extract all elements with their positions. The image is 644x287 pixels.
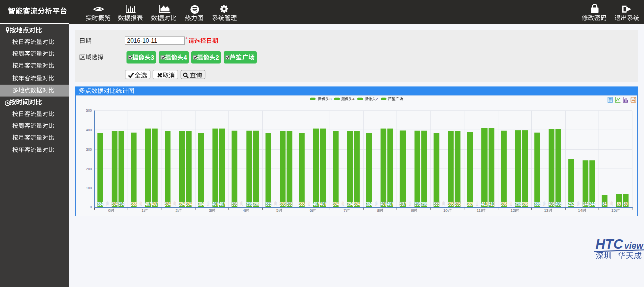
svg-text:0: 0 [90,205,92,209]
svg-text:410: 410 [481,200,488,207]
svg-text:0: 0 [510,200,512,207]
svg-text:386: 386 [131,200,137,207]
svg-text:3: 3 [151,54,154,61]
svg-text:385: 385 [265,200,271,207]
svg-text:8: 8 [377,208,379,213]
svg-text:4: 4 [243,208,245,213]
svg-text:view: view [624,241,644,251]
svg-text:407: 407 [145,200,151,207]
svg-text:397: 397 [400,200,406,207]
svg-text:394: 394 [165,200,171,207]
svg-text:407: 407 [212,200,218,207]
svg-text:406: 406 [549,200,555,207]
svg-text:385: 385 [434,200,440,207]
svg-text:0: 0 [106,200,108,207]
svg-text:400: 400 [86,128,92,132]
svg-text:389: 389 [467,200,473,207]
svg-text:386: 386 [534,200,540,207]
svg-text:407: 407 [387,200,393,207]
svg-text:10: 10 [443,208,448,213]
svg-text:*: * [185,36,188,42]
svg-text:407: 407 [320,200,326,207]
svg-text:396: 396 [231,200,237,207]
svg-text:4: 4 [352,97,354,101]
svg-text:0: 0 [375,200,377,207]
svg-text:244: 244 [589,200,595,207]
svg-text:0: 0 [476,200,478,207]
svg-text:0: 0 [174,200,176,207]
svg-text:0: 0 [342,200,344,207]
svg-text:384: 384 [366,200,372,207]
svg-text:HTC: HTC [596,237,624,252]
svg-text:3: 3 [209,208,211,213]
svg-text:396: 396 [501,200,507,207]
svg-text:407: 407 [219,200,225,207]
svg-text:0: 0 [240,200,243,207]
svg-text:500: 500 [86,109,92,112]
svg-text:11: 11 [477,208,481,213]
svg-text:2016-10-11: 2016-10-11 [127,37,158,44]
svg-text:393: 393 [287,200,293,207]
svg-text:252: 252 [568,200,574,207]
svg-text:0: 0 [543,200,545,207]
svg-text:385: 385 [299,200,305,207]
svg-text:9: 9 [411,208,413,213]
svg-text:394: 394 [179,200,185,207]
svg-text:394: 394 [347,200,353,207]
svg-text:2: 2 [215,54,219,61]
svg-text:396: 396 [246,200,252,207]
svg-text:0: 0 [207,200,209,207]
svg-text:396: 396 [414,200,420,207]
svg-text:407: 407 [152,200,158,207]
svg-text:3: 3 [329,97,331,101]
svg-text:394: 394 [333,200,339,207]
svg-text:0: 0 [577,200,579,207]
svg-text:407: 407 [380,200,386,207]
svg-text:12: 12 [511,208,515,213]
svg-text:393: 393 [280,200,286,207]
svg-text:0: 0 [108,208,111,213]
svg-text:69: 69 [617,200,621,207]
svg-text:0: 0 [611,200,613,207]
svg-text:395: 395 [455,200,461,207]
svg-text:2: 2 [376,97,378,101]
svg-text:384: 384 [198,200,204,207]
svg-text:384: 384 [97,200,103,207]
svg-text:396: 396 [253,200,259,207]
svg-text:394: 394 [186,200,192,207]
svg-text:0: 0 [409,200,411,207]
svg-text:395: 395 [448,200,454,207]
svg-text:410: 410 [489,200,495,207]
svg-text:7: 7 [344,208,346,213]
svg-text:13: 13 [544,208,548,213]
svg-text:394: 394 [112,200,118,207]
svg-text:394: 394 [118,200,124,207]
svg-text:0: 0 [308,200,310,207]
svg-text:14: 14 [578,208,582,213]
svg-text:406: 406 [555,200,561,207]
svg-text:5: 5 [276,208,279,213]
svg-text:0: 0 [140,200,142,207]
svg-text:0: 0 [274,200,276,207]
svg-text:200: 200 [86,167,92,171]
svg-text:398: 398 [522,200,528,207]
svg-text:0: 0 [443,200,445,207]
svg-text:396: 396 [421,200,427,207]
svg-text:394: 394 [354,200,360,207]
svg-text:6: 6 [310,208,312,213]
svg-text:15: 15 [611,208,616,213]
svg-text:407: 407 [313,200,319,207]
svg-text:2: 2 [175,208,178,213]
svg-text:64: 64 [603,200,607,207]
svg-text:398: 398 [515,200,521,207]
svg-text:4: 4 [183,54,187,61]
svg-text:244: 244 [582,200,588,207]
svg-text:69: 69 [624,200,628,207]
svg-text:1: 1 [142,208,144,213]
svg-text:300: 300 [86,148,92,151]
svg-text:100: 100 [86,186,92,190]
